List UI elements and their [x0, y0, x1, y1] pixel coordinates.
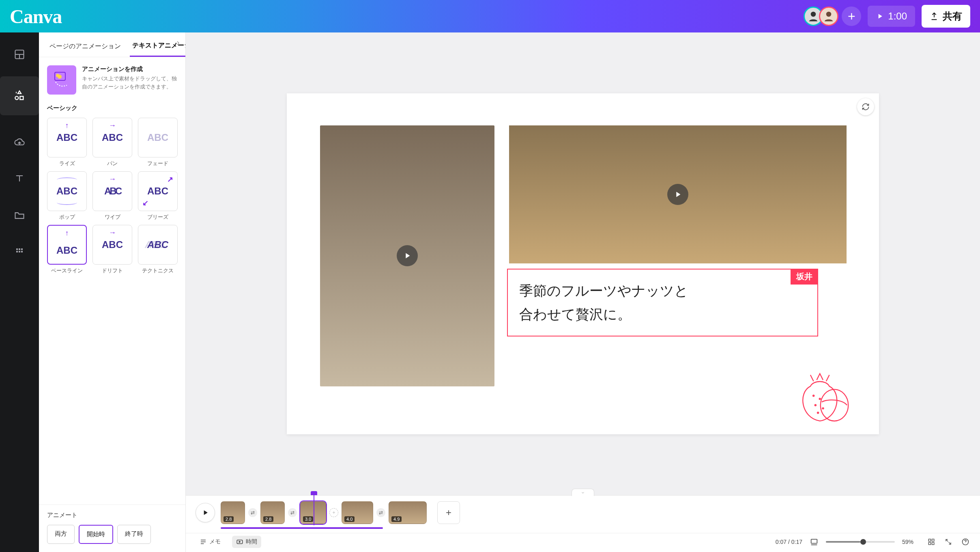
- anim-drift[interactable]: →ABC ドリフト: [92, 225, 132, 274]
- video-play-button-left[interactable]: [397, 245, 418, 266]
- svg-point-20: [822, 408, 823, 409]
- rail-projects[interactable]: [10, 205, 29, 225]
- timeline-clip-4[interactable]: 4.0: [342, 501, 373, 524]
- add-page-button[interactable]: +: [437, 501, 460, 524]
- svg-rect-25: [928, 539, 931, 541]
- svg-rect-12: [21, 251, 23, 252]
- svg-rect-26: [932, 539, 934, 541]
- fullscreen-button[interactable]: [943, 537, 953, 547]
- timeline-clip-1[interactable]: 2.8: [221, 501, 245, 524]
- tab-page-animation[interactable]: ページのアニメーション: [47, 39, 123, 56]
- zoom-slider[interactable]: [826, 541, 895, 543]
- transition-4-5[interactable]: ⇄: [376, 508, 385, 517]
- anim-fade[interactable]: ABC フェード: [138, 118, 178, 167]
- editor-area: 坂井 季節のフルーツやナッツと 合わせて贅沢に。: [186, 32, 980, 552]
- animation-panel: ページのアニメーション テキストアニメーション アニメーションを作成 キャンバス…: [39, 32, 186, 552]
- create-animation-card[interactable]: アニメーションを作成 キャンバス上で素材をドラッグして、独自のアニメーションを作…: [47, 65, 177, 95]
- notes-icon: [200, 538, 207, 546]
- svg-rect-28: [932, 543, 934, 545]
- duration-icon: [236, 538, 243, 546]
- play-icon: [673, 190, 682, 199]
- create-animation-desc: キャンバス上で素材をドラッグして、独自のアニメーションを作成できます。: [82, 75, 177, 91]
- svg-point-5: [15, 96, 18, 99]
- anim-baseline[interactable]: ↑ABC ベースライン: [47, 225, 87, 274]
- timecode: 0:07 / 0:17: [776, 539, 802, 545]
- canvas-video-left[interactable]: [320, 125, 495, 386]
- video-play-button-right[interactable]: [667, 184, 688, 205]
- create-animation-thumb: [47, 65, 76, 95]
- collaborator-avatars: +: [804, 6, 861, 26]
- rail-templates[interactable]: [10, 45, 29, 64]
- svg-point-15: [58, 75, 62, 79]
- canvas-text-content: 季節のフルーツやナッツと 合わせて贅沢に。: [519, 279, 806, 326]
- play-icon: [201, 509, 209, 517]
- timeline-play-button[interactable]: [196, 503, 215, 522]
- anim-wipe[interactable]: →ABC ワイプ: [92, 171, 132, 221]
- text-icon: [14, 173, 25, 184]
- rail-text[interactable]: [10, 169, 29, 188]
- svg-point-1: [826, 12, 832, 17]
- pill-both[interactable]: 両方: [47, 525, 75, 544]
- timeline-clips: 2.8 ⇄ 2.8 ⇄ 3.0 + 4.0 ⇄ 4.9 +: [221, 501, 460, 524]
- section-basic-label: ベーシック: [47, 104, 177, 112]
- timeline-progress[interactable]: [221, 527, 383, 529]
- play-icon: [403, 251, 412, 260]
- svg-point-16: [820, 389, 848, 421]
- canvas-page[interactable]: 坂井 季節のフルーツやナッツと 合わせて贅沢に。: [287, 93, 879, 434]
- animate-timing-section: アニメート 両方 開始時 終了時: [39, 505, 185, 552]
- avatar-user-2[interactable]: [819, 6, 838, 26]
- canva-logo[interactable]: Canva: [10, 5, 62, 28]
- canvas-text-element[interactable]: 坂井 季節のフルーツやナッツと 合わせて贅沢に。: [507, 269, 818, 337]
- header: Canva + 1:00 共有: [0, 0, 980, 32]
- duration-button[interactable]: 時間: [232, 536, 261, 548]
- bottom-bar: メモ 時間 0:07 / 0:17 59%: [186, 533, 980, 552]
- pill-end[interactable]: 終了時: [117, 525, 151, 544]
- upload-icon: [930, 12, 939, 21]
- svg-rect-23: [811, 539, 817, 543]
- timeline-clip-2[interactable]: 2.8: [260, 501, 285, 524]
- elements-icon: [13, 89, 26, 102]
- present-duration: 1:00: [888, 11, 907, 22]
- left-rail: [0, 32, 39, 552]
- grid-view-button[interactable]: [926, 537, 936, 547]
- help-button[interactable]: [961, 537, 970, 547]
- transition-2-3[interactable]: ⇄: [288, 508, 297, 517]
- svg-rect-10: [16, 251, 18, 252]
- share-label: 共有: [943, 10, 962, 23]
- pill-start[interactable]: 開始時: [79, 525, 113, 544]
- share-button[interactable]: 共有: [922, 5, 970, 28]
- anim-pan[interactable]: →ABC パン: [92, 118, 132, 167]
- timeline-clip-3[interactable]: 3.0: [300, 501, 326, 524]
- transition-3-4[interactable]: +: [329, 508, 338, 517]
- add-collaborator-button[interactable]: +: [842, 6, 861, 26]
- refresh-icon: [862, 103, 870, 111]
- anim-tectonics[interactable]: ABC テクトニクス: [138, 225, 178, 274]
- rail-uploads[interactable]: [10, 132, 29, 152]
- transition-1-2[interactable]: ⇄: [248, 508, 257, 517]
- canvas-video-right[interactable]: [509, 125, 847, 263]
- view-mode-icon[interactable]: [810, 537, 819, 546]
- timeline-clip-5[interactable]: 4.9: [389, 501, 427, 524]
- present-button[interactable]: 1:00: [868, 6, 915, 27]
- anim-breeze[interactable]: ↗↙ABC ブリーズ: [138, 171, 178, 221]
- rail-apps[interactable]: [10, 242, 29, 261]
- timeline: 2.8 ⇄ 2.8 ⇄ 3.0 + 4.0 ⇄ 4.9 +: [186, 495, 980, 533]
- replay-animation-button[interactable]: [857, 98, 874, 115]
- svg-point-19: [815, 405, 816, 406]
- zoom-percent[interactable]: 59%: [902, 539, 919, 545]
- anim-rise[interactable]: ↑ABC ライズ: [47, 118, 87, 167]
- anim-pop[interactable]: ABC ポップ: [47, 171, 87, 221]
- svg-rect-27: [928, 543, 931, 545]
- tabs-scroll-right[interactable]: [175, 40, 181, 46]
- notes-button[interactable]: メモ: [196, 536, 225, 548]
- create-animation-title: アニメーションを作成: [82, 65, 177, 73]
- strawberry-illustration[interactable]: [791, 367, 855, 424]
- rail-elements[interactable]: [0, 76, 39, 115]
- svg-rect-11: [19, 251, 20, 252]
- animation-grid: ↑ABC ライズ →ABC パン ABC フェード ABC ポップ →ABC: [47, 118, 177, 274]
- svg-rect-7: [16, 248, 18, 250]
- cloud-upload-icon: [14, 136, 25, 148]
- timeline-collapse-handle[interactable]: [572, 489, 594, 496]
- canvas-stage[interactable]: 坂井 季節のフルーツやナッツと 合わせて贅沢に。: [186, 32, 980, 495]
- playhead[interactable]: [314, 494, 314, 525]
